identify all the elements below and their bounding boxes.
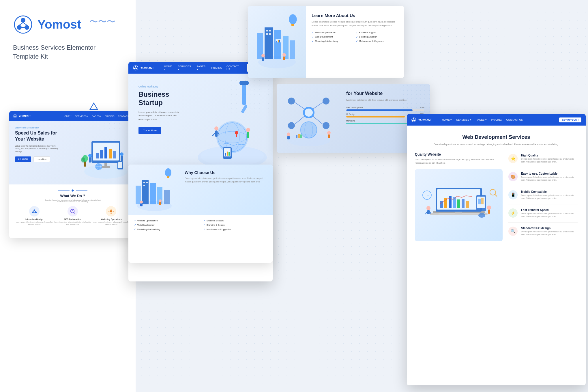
svg-line-4: [19, 23, 23, 25]
svg-line-54: [134, 67, 136, 68]
str-title: Learn More About Us: [312, 13, 398, 18]
sc-nav-pricing: PRICING: [105, 115, 114, 117]
fr-main-content: Web Development Services Described quest…: [407, 126, 586, 253]
seo-desc: Lorem ipsum dolor sit amet, adipiscing e…: [53, 221, 92, 225]
sbc-title: Why Choose Us: [185, 170, 268, 175]
sbc-check-icon-3: ✓: [134, 224, 136, 226]
svg-point-72: [246, 128, 250, 132]
svg-line-44: [74, 212, 75, 214]
svg-rect-110: [291, 24, 294, 26]
center-hero-label: Online Marketing: [138, 85, 185, 88]
brand-logo-icon: [13, 14, 33, 35]
svg-rect-69: [215, 130, 218, 137]
svg-point-123: [323, 98, 329, 104]
sc-what-we-do-subtitle: Described questions for recommend advant…: [15, 199, 130, 203]
fr-quality-desc: Described questions for recommend advant…: [415, 158, 503, 165]
svg-rect-33: [118, 162, 122, 168]
fr-left-col: Quality Website Described questions for …: [415, 152, 503, 244]
svg-rect-58: [239, 81, 249, 85]
center-nb-nav: HOME ▾ SERVICES ▾ PAGES ▾ PRICING CONTAC…: [164, 65, 242, 71]
center-nav-pages: PAGES ▾: [197, 65, 207, 71]
sc-service-icons-row: Interaction Design Lorem ipsum dolor sit…: [15, 206, 130, 225]
sc-left-hero-section: Creative and Collaboration Speed Up Sale…: [9, 121, 136, 184]
sbc-check-3: ✓Web Development: [134, 224, 198, 226]
svg-rect-170: [457, 199, 460, 208]
svg-rect-22: [113, 151, 116, 158]
fs-icon-circle: ⚡: [508, 208, 518, 218]
center-hero-cta[interactable]: Try for Free: [138, 127, 161, 134]
svg-point-66: [235, 131, 238, 135]
svg-line-55: [136, 67, 137, 68]
svg-rect-150: [167, 176, 169, 178]
fs-desc: Donec quam felis ultrices nec pellentesq…: [521, 212, 578, 218]
svg-rect-105: [269, 30, 271, 31]
svg-point-174: [478, 213, 485, 218]
fr-quality-title: Quality Website: [415, 152, 503, 156]
sc-nav-items: HOME ▾ SERVICES ▾ PAGES ▾ PRICING CONTAC…: [63, 115, 133, 117]
fr-features-list: ⭐ High Quality Donec quam felis ultrices…: [508, 152, 578, 244]
sc-learn-more-btn[interactable]: Learn More: [33, 156, 50, 162]
svg-rect-181: [427, 210, 430, 214]
fs-title: Fast Transfer Speed: [521, 208, 578, 212]
sc-logo-text: YOMOST: [18, 115, 31, 118]
fr-nav-home: HOME ▾: [442, 118, 452, 121]
eu-icon: 🎨: [511, 174, 516, 179]
fr-nb-cta[interactable]: GET IN TOUCH: [559, 117, 581, 122]
svg-rect-101: [274, 30, 281, 59]
screenshot-top-right: Learn More About Us Donec quam felis ult…: [248, 6, 404, 78]
fr-two-col: Quality Website Described questions for …: [415, 152, 578, 244]
sbc-check-2: ✓Excellent Support: [203, 219, 267, 222]
svg-rect-116: [276, 41, 277, 42]
sbc-top-area: Why Choose Us Donec quam felis ultrices …: [128, 165, 273, 215]
svg-rect-168: [449, 196, 452, 208]
str-check-6: ✓Maintenance & Upgrades: [356, 40, 398, 43]
sc-what-we-do-title: What We Do ?: [15, 194, 130, 198]
fr-device-illustration: [415, 169, 503, 241]
sbc-check-icon-2: ✓: [203, 219, 205, 222]
svg-rect-185: [488, 210, 490, 214]
fr-nb-logo: YOMOST: [411, 117, 432, 122]
str-check-4: ✓Branding & Design: [356, 36, 398, 38]
svg-point-48: [108, 211, 110, 212]
seo-text: Standard SEO design Donec quam felis ult…: [521, 227, 578, 236]
svg-line-40: [33, 211, 34, 212]
mc-text: Mobile Compatible Donec quam felis ultri…: [521, 190, 578, 200]
svg-rect-147: [146, 182, 148, 183]
svg-rect-59: [241, 104, 248, 113]
svg-point-130: [300, 121, 317, 139]
svg-point-153: [159, 199, 162, 202]
str-check-5: ✓Marketing & Advertising: [312, 40, 354, 43]
svg-point-124: [288, 122, 295, 129]
svg-line-5: [23, 23, 27, 25]
hq-icon-circle: ⭐: [508, 154, 518, 163]
svg-point-111: [261, 54, 265, 57]
svg-rect-138: [298, 134, 300, 138]
center-hero-title: Business Startup: [138, 90, 185, 107]
svg-line-127: [313, 102, 323, 109]
far-right-navbar: YOMOST HOME ▾ SERVICES ▾ PAGES ▾ PRICING…: [407, 114, 586, 126]
svg-line-159: [413, 119, 414, 120]
brand-tagline: Business Services Elementor Template Kit: [13, 43, 123, 61]
svg-rect-145: [164, 190, 170, 204]
svg-point-25: [88, 154, 92, 157]
svg-line-13: [15, 115, 16, 116]
sc-get-started-btn[interactable]: Get Started: [15, 156, 31, 162]
svg-marker-7: [90, 103, 98, 109]
str-check-icon-5: ✓: [312, 40, 314, 43]
sbc-check-1: ✓Website Optimization: [134, 219, 198, 222]
svg-rect-152: [140, 204, 143, 206]
sbc-text: Why Choose Us Donec quam felis ultrices …: [180, 165, 273, 215]
sbc-check-5: ✓Marketing & Advertising: [134, 228, 198, 231]
fr-nav-contact: CONTACT US: [506, 118, 523, 121]
sc-what-we-do: What We Do ? Described questions for rec…: [9, 184, 136, 231]
svg-rect-20: [104, 147, 107, 158]
str-check-2: ✓Excellent Support: [356, 31, 398, 34]
sc-navbar: YOMOST HOME ▾ SERVICES ▾ PAGES ▾ PRICING…: [9, 111, 136, 121]
svg-rect-21: [109, 149, 112, 158]
fs-text: Fast Transfer Speed Donec quam felis ult…: [521, 208, 578, 218]
svg-point-46: [111, 209, 112, 210]
str-check-icon-2: ✓: [356, 31, 358, 34]
svg-rect-24: [102, 166, 110, 168]
str-check-icon-1: ✓: [312, 31, 314, 34]
marketing-desc: Lorem ipsum dolor sit amet, adipiscing e…: [92, 221, 130, 225]
